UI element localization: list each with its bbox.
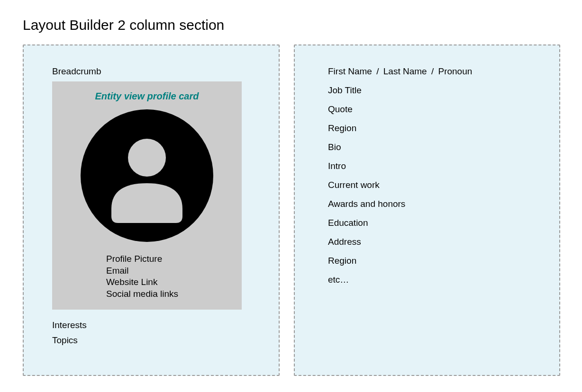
svg-point-1 xyxy=(128,139,166,177)
first-name-label: First Name xyxy=(328,66,372,76)
list-item: Email xyxy=(106,265,235,277)
list-item: Bio xyxy=(328,142,531,152)
list-item: Education xyxy=(328,218,531,228)
entity-view-profile-card: Entity view profile card Profile Picture… xyxy=(52,81,242,310)
list-item: Quote xyxy=(328,104,531,115)
profile-card-title: Entity view profile card xyxy=(59,91,235,102)
list-item: Current work xyxy=(328,180,531,190)
list-item: Job Title xyxy=(328,85,531,96)
last-name-label: Last Name xyxy=(383,66,427,76)
list-item: Intro xyxy=(328,161,531,171)
list-item: Topics xyxy=(52,335,250,346)
left-column: Breadcrumb Entity view profile card Prof… xyxy=(23,45,280,376)
profile-card-fields: Profile Picture Email Website Link Socia… xyxy=(59,253,235,300)
separator: / xyxy=(429,66,436,76)
right-field-list: First Name / Last Name / Pronoun Job Tit… xyxy=(328,66,531,285)
left-below-card: Interests Topics xyxy=(52,320,250,346)
list-item: Profile Picture xyxy=(106,253,235,265)
list-item: Website Link xyxy=(106,276,235,288)
two-column-section: Breadcrumb Entity view profile card Prof… xyxy=(23,45,559,376)
avatar-icon xyxy=(81,109,213,244)
list-item: etc… xyxy=(328,275,531,285)
separator: / xyxy=(374,66,381,76)
list-item: Address xyxy=(328,237,531,247)
breadcrumb: Breadcrumb xyxy=(52,66,250,77)
list-item: Region xyxy=(328,256,531,266)
page-title: Layout Builder 2 column section xyxy=(23,17,559,33)
name-row: First Name / Last Name / Pronoun xyxy=(328,66,531,77)
list-item: Awards and honors xyxy=(328,199,531,209)
list-item: Region xyxy=(328,123,531,134)
list-item: Interests xyxy=(52,320,250,330)
right-column: First Name / Last Name / Pronoun Job Tit… xyxy=(294,45,560,376)
list-item: Social media links xyxy=(106,288,235,300)
pronoun-label: Pronoun xyxy=(438,66,472,76)
